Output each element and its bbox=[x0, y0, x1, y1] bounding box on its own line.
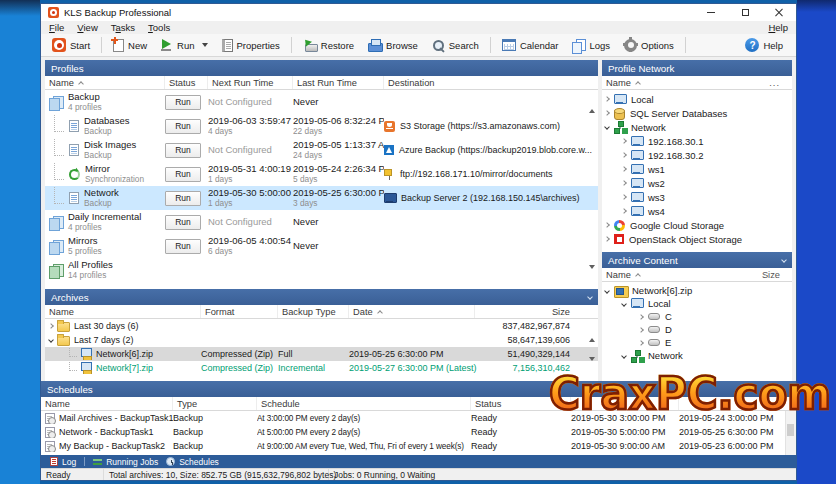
expander-icon[interactable] bbox=[621, 194, 627, 200]
schedules-column-schedule[interactable]: Schedule bbox=[257, 397, 471, 410]
expander-icon[interactable] bbox=[604, 124, 610, 130]
expander-icon[interactable] bbox=[621, 180, 627, 186]
expander-icon[interactable] bbox=[621, 208, 627, 214]
tree-row[interactable]: C bbox=[602, 310, 792, 323]
size-column-label[interactable]: Size bbox=[762, 270, 780, 280]
archive-row[interactable]: Last 30 days (6)837,482,967,874 bbox=[45, 319, 598, 333]
expander-icon[interactable] bbox=[604, 236, 610, 242]
profile-row[interactable]: NetworkBackupRun2019-05-30 5:00:00 PM1 d… bbox=[45, 186, 598, 210]
profile-row[interactable]: Disk ImagesBackupRunNot Configured2019-0… bbox=[45, 138, 598, 162]
tree-row[interactable]: Google Cloud Storage bbox=[602, 218, 792, 232]
expander-icon[interactable] bbox=[604, 110, 610, 116]
tab-schedules[interactable]: Schedules bbox=[166, 457, 219, 467]
dropdown-arrow-icon[interactable] bbox=[202, 43, 208, 47]
collapse-panel-icon[interactable] bbox=[781, 257, 787, 263]
toolbar-properties-button[interactable]: Properties bbox=[216, 37, 286, 54]
scroll-down-button[interactable] bbox=[589, 269, 595, 287]
profiles-column-destination[interactable]: Destination bbox=[384, 76, 598, 89]
toolbar-calendar-button[interactable]: Calendar bbox=[496, 37, 565, 53]
scrollbar-thumb[interactable] bbox=[787, 424, 794, 436]
profile-row[interactable]: All Profiles14 profiles bbox=[45, 258, 598, 282]
schedule-row[interactable]: Network - BackupTask1BackupAt 5:00:00 PM… bbox=[41, 425, 796, 439]
expander-icon[interactable] bbox=[638, 327, 644, 333]
archives-column-format[interactable]: Format bbox=[201, 305, 278, 318]
tree-row[interactable]: Network[6].zip bbox=[602, 284, 792, 297]
expander-icon[interactable] bbox=[621, 301, 627, 307]
tree-row[interactable]: Network bbox=[602, 349, 792, 362]
schedule-row[interactable]: My Backup - BackupTask2BackupAt 9:00:00 … bbox=[41, 439, 796, 453]
profile-row[interactable]: DatabasesBackupRun2019-06-03 3:59:47 PM4… bbox=[45, 114, 598, 138]
expander-icon[interactable] bbox=[48, 337, 54, 343]
menu-tasks[interactable]: Tasks bbox=[111, 22, 135, 33]
profiles-column-status[interactable]: Status bbox=[165, 76, 208, 89]
tree-row[interactable]: E bbox=[602, 336, 792, 349]
scroll-up-button[interactable] bbox=[589, 92, 595, 110]
tree-row[interactable]: ws2 bbox=[602, 176, 792, 190]
profile-row[interactable]: Backup4 profilesRunNot ConfiguredNever bbox=[45, 90, 598, 114]
toolbar-logs-button[interactable]: Logs bbox=[566, 37, 616, 54]
tree-row[interactable]: ws1 bbox=[602, 162, 792, 176]
scroll-up-button[interactable] bbox=[589, 321, 595, 339]
archive-row[interactable]: Network[7].zipCompressed (Zip)Incrementa… bbox=[45, 361, 598, 375]
toolbar-search-button[interactable]: Search bbox=[426, 37, 485, 54]
tree-row[interactable]: ws3 bbox=[602, 190, 792, 204]
expander-icon[interactable] bbox=[621, 152, 627, 158]
tree-row[interactable]: 192.168.30.2 bbox=[602, 148, 792, 162]
menu-view[interactable]: View bbox=[77, 22, 97, 33]
name-column-label[interactable]: Name bbox=[606, 78, 631, 88]
expander-icon[interactable] bbox=[604, 96, 610, 102]
more-button[interactable]: ... bbox=[769, 78, 780, 88]
maximize-button[interactable] bbox=[728, 4, 762, 21]
expander-icon[interactable] bbox=[48, 323, 54, 329]
profile-row[interactable]: MirrorSynchronizationRun2019-05-31 4:00:… bbox=[45, 162, 598, 186]
profile-row[interactable]: Daily Incremental4 profilesRunNot Config… bbox=[45, 210, 598, 234]
archive-row[interactable]: Network[6].zipCompressed (Zip)Full2019-0… bbox=[45, 347, 598, 361]
expander-icon[interactable] bbox=[604, 222, 610, 228]
toolbar-start-button[interactable]: Start bbox=[46, 36, 96, 54]
profiles-column-name[interactable]: Name bbox=[45, 76, 165, 89]
archives-column-backup-type[interactable]: Backup Type bbox=[278, 305, 349, 318]
profiles-column-next-run-time[interactable]: Next Run Time bbox=[208, 76, 293, 89]
menu-tools[interactable]: Tools bbox=[148, 22, 170, 33]
tree-row[interactable]: Network bbox=[602, 120, 792, 134]
expander-icon[interactable] bbox=[621, 138, 627, 144]
archive-row[interactable]: Last 7 days (2)58,647,139,606 bbox=[45, 333, 598, 347]
schedules-column-name[interactable]: Name bbox=[41, 397, 173, 410]
minimize-button[interactable] bbox=[694, 4, 728, 21]
menu-help[interactable]: Help bbox=[768, 22, 788, 33]
tab-running-jobs[interactable]: Running Jobs bbox=[93, 457, 158, 467]
toolbar-help-button[interactable]: Help bbox=[739, 36, 789, 54]
archives-column-name[interactable]: Name bbox=[45, 305, 201, 318]
run-button[interactable]: Run bbox=[165, 95, 201, 110]
archives-column-date[interactable]: Date bbox=[349, 305, 475, 318]
tree-row[interactable]: OpenStack Object Storage bbox=[602, 232, 792, 246]
run-button[interactable]: Run bbox=[165, 239, 201, 254]
profiles-column-last-run-time[interactable]: Last Run Time bbox=[293, 76, 384, 89]
toolbar-new-button[interactable]: New bbox=[107, 37, 153, 54]
tree-row[interactable]: Local bbox=[602, 92, 792, 106]
run-button[interactable]: Run bbox=[165, 191, 201, 206]
run-button[interactable]: Run bbox=[165, 119, 201, 134]
toolbar-browse-button[interactable]: Browse bbox=[362, 37, 424, 54]
close-button[interactable] bbox=[762, 4, 796, 21]
scroll-down-button[interactable] bbox=[787, 435, 793, 453]
expander-icon[interactable] bbox=[604, 288, 610, 294]
expander-icon[interactable] bbox=[638, 314, 644, 320]
toolbar-options-button[interactable]: Options bbox=[618, 37, 680, 54]
tree-row[interactable]: SQL Server Databases bbox=[602, 106, 792, 120]
run-button[interactable]: Run bbox=[165, 143, 201, 158]
archives-column-size[interactable]: Size bbox=[475, 305, 598, 318]
collapse-panel-icon[interactable] bbox=[587, 294, 593, 300]
run-button[interactable]: Run bbox=[165, 167, 201, 182]
tab-log[interactable]: Log bbox=[50, 457, 76, 467]
toolbar-run-button[interactable]: Run bbox=[155, 37, 213, 53]
menu-file[interactable]: File bbox=[49, 22, 64, 33]
expander-icon[interactable] bbox=[621, 353, 627, 359]
expander-icon[interactable] bbox=[638, 340, 644, 346]
schedules-column-type[interactable]: Type bbox=[173, 397, 257, 410]
profile-row[interactable]: Mirrors5 profilesRun2019-06-05 4:00:54 P… bbox=[45, 234, 598, 258]
tree-row[interactable]: D bbox=[602, 323, 792, 336]
tree-row[interactable]: ws4 bbox=[602, 204, 792, 218]
run-button[interactable]: Run bbox=[165, 215, 201, 230]
tree-row[interactable]: Local bbox=[602, 297, 792, 310]
